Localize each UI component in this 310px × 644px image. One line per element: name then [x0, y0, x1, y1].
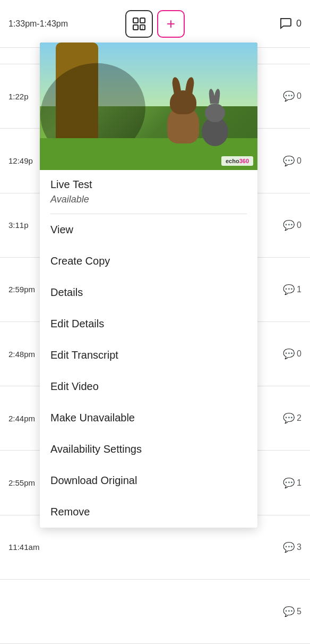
rabbit-head	[205, 104, 225, 122]
row-count: 💬 1	[283, 284, 302, 295]
comment-icon: 💬	[283, 541, 295, 553]
row-count: 💬 0	[283, 90, 302, 102]
row-count: 💬 0	[283, 348, 302, 360]
menu-item-edit-video[interactable]: Edit Video	[40, 371, 257, 402]
comment-icon: 💬	[283, 90, 295, 102]
menu-item-edit-details[interactable]: Edit Details	[40, 308, 257, 340]
comment-area: 0	[279, 18, 302, 30]
row-time: 11:41am	[8, 543, 39, 552]
row-time: 2:48pm	[8, 350, 35, 359]
dropdown-menu: echo360 Live Test Available View Create …	[40, 43, 257, 528]
comment-icon: 💬	[283, 606, 295, 617]
media-status: Available	[40, 193, 257, 214]
comment-icon: 💬	[283, 219, 295, 231]
echo-brand-360: 360	[239, 158, 249, 164]
video-thumbnail: echo360	[40, 43, 257, 170]
echo-brand-echo: echo	[226, 158, 239, 164]
row-time: 12:49p	[8, 156, 33, 165]
echo360-watermark: echo360	[221, 156, 253, 166]
grid-button[interactable]: ♪	[125, 10, 153, 38]
row-count: 💬 0	[283, 219, 302, 231]
svg-rect-2	[133, 25, 138, 30]
comment-icon: 💬	[283, 284, 295, 295]
svg-rect-0	[133, 18, 138, 23]
rabbit-figure	[199, 104, 231, 146]
thumbnail-scene: echo360	[40, 43, 257, 170]
menu-item-availability-settings[interactable]: Availability Settings	[40, 434, 257, 465]
row-count: 💬 0	[283, 155, 302, 167]
comment-icon: 💬	[283, 155, 295, 167]
plus-icon: +	[167, 15, 175, 32]
row-count: 💬 5	[283, 606, 302, 617]
add-button[interactable]: +	[157, 10, 185, 38]
row-count: 💬 1	[283, 477, 302, 489]
media-title: Live Test	[40, 170, 257, 193]
row-count: 💬 2	[283, 412, 302, 424]
row-time: 2:59pm	[8, 285, 35, 294]
row-time: 2:44pm	[8, 414, 35, 423]
row-time: 3:11p	[8, 221, 29, 230]
header: 1:33pm-1:43pm ♪ + 0	[0, 0, 310, 48]
menu-item-edit-transcript[interactable]: Edit Transcript	[40, 340, 257, 371]
row-time: 1:22p	[8, 92, 29, 101]
comment-icon	[279, 18, 294, 30]
table-row: 💬 5	[0, 580, 310, 644]
row-time: 2:55pm	[8, 478, 35, 487]
menu-item-create-copy[interactable]: Create Copy	[40, 245, 257, 277]
comment-icon: 💬	[283, 477, 295, 489]
comment-count: 0	[296, 18, 302, 29]
menu-item-download-original[interactable]: Download Original	[40, 465, 257, 496]
svg-rect-1	[140, 18, 145, 23]
menu-item-make-unavailable[interactable]: Make Unavailable	[40, 402, 257, 434]
menu-item-view[interactable]: View	[40, 214, 257, 245]
comment-icon: 💬	[283, 348, 295, 360]
header-time-range: 1:33pm-1:43pm	[8, 19, 68, 29]
row-count: 💬 3	[283, 541, 302, 553]
menu-item-details[interactable]: Details	[40, 277, 257, 308]
comment-icon: 💬	[283, 412, 295, 424]
menu-item-remove[interactable]: Remove	[40, 496, 257, 528]
deer-figure	[162, 90, 204, 143]
svg-text:♪: ♪	[141, 26, 144, 30]
animal-head	[170, 90, 196, 114]
